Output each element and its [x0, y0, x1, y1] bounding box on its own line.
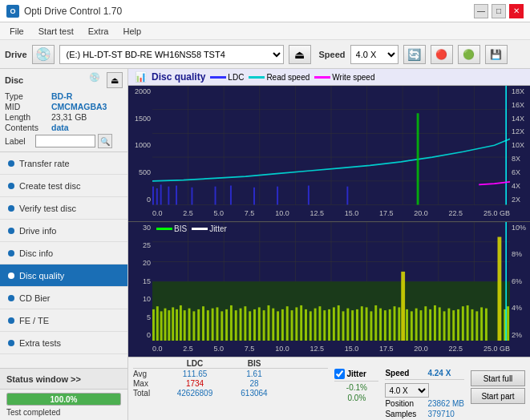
toolbar-btn-save[interactable]: 💾: [485, 45, 508, 64]
legend-readspeed-label: Read speed: [266, 73, 310, 82]
toolbar-btn-2[interactable]: 🔴: [431, 45, 453, 64]
label-label: Label: [5, 136, 33, 146]
svg-rect-56: [184, 310, 186, 341]
nav-disc-info[interactable]: Disc info: [0, 242, 127, 265]
start-part-button[interactable]: Start part: [471, 388, 525, 404]
nav-drive-info[interactable]: Drive info: [0, 220, 127, 242]
nav-transfer-rate[interactable]: Transfer rate: [0, 152, 127, 175]
nav-verify-test-disc[interactable]: Verify test disc: [0, 197, 127, 220]
legend-ldc: LDC: [210, 73, 244, 82]
svg-rect-59: [197, 309, 200, 341]
svg-rect-88: [333, 307, 335, 341]
svg-rect-27: [346, 187, 348, 205]
svg-rect-67: [235, 310, 237, 341]
svg-rect-22: [215, 187, 216, 205]
progress-bar-fill: 100.0%: [7, 394, 120, 405]
nav-label-create: Create test disc: [19, 181, 80, 191]
stats-total-row: Total 42626809 613064: [133, 389, 328, 398]
stats-avg-label: Avg: [133, 370, 164, 378]
type-value: BD-R: [51, 91, 72, 101]
speed-selector[interactable]: 4.0 X: [350, 45, 399, 64]
svg-rect-48: [152, 309, 155, 341]
minimize-button[interactable]: —: [474, 4, 488, 18]
nav-create-test-disc[interactable]: Create test disc: [0, 175, 127, 197]
drive-selector[interactable]: (E:) HL-DT-ST BD-RE WH16NS58 TST4: [59, 45, 284, 64]
chart-title: Disc quality: [152, 71, 205, 83]
disc-section: Disc 💿 ⏏ Type BD-R MID CMCMAGBA3 Length …: [0, 69, 127, 152]
stats-header-row: LDC BIS: [133, 359, 328, 369]
svg-rect-99: [384, 310, 386, 341]
maximize-button[interactable]: □: [492, 4, 506, 18]
svg-rect-52: [168, 310, 170, 341]
jitter-checkbox[interactable]: [334, 369, 345, 379]
disc-eject-btn[interactable]: ⏏: [107, 72, 123, 88]
menu-help[interactable]: Help: [116, 25, 148, 38]
nav-cd-bier[interactable]: CD Bier: [0, 287, 127, 309]
svg-rect-122: [497, 236, 501, 341]
svg-rect-71: [253, 309, 256, 341]
svg-rect-60: [202, 306, 204, 341]
svg-rect-78: [286, 306, 289, 341]
speed-position-section: Speed 4.24 X 4.0 X Position 23862 MB Sam…: [385, 359, 464, 418]
progress-value: 100.0%: [51, 395, 78, 404]
nav-icon-driveinfo: [8, 228, 14, 234]
label-search-btn[interactable]: 🔍: [98, 134, 112, 148]
samples-val: 379710: [427, 410, 454, 418]
right-panel: 📊 Disc quality LDC Read speed Write spee…: [128, 69, 530, 420]
menu-start-test[interactable]: Start test: [32, 25, 80, 38]
stats-avg-ldc: 111.65: [167, 370, 223, 378]
start-full-button[interactable]: Start full: [471, 370, 525, 386]
status-window-btn[interactable]: Status window >>: [0, 369, 127, 390]
toolbar-btn-3[interactable]: 🟢: [458, 45, 480, 64]
nav-extra-tests[interactable]: Extra tests: [0, 332, 127, 354]
svg-rect-97: [374, 305, 377, 341]
app-title: Opti Drive Control 1.70: [24, 6, 122, 17]
stats-bis-header: BIS: [226, 359, 282, 368]
length-label: Length: [5, 112, 51, 122]
eject-button[interactable]: ⏏: [289, 45, 311, 64]
samples-label: Samples: [385, 410, 425, 418]
speed-select-dropdown[interactable]: 4.0 X: [385, 383, 429, 398]
position-row: Position 23862 MB: [385, 399, 464, 408]
svg-rect-121: [485, 308, 488, 341]
svg-rect-102: [398, 307, 400, 341]
nav-label-discquality: Disc quality: [19, 271, 64, 281]
nav-label-discinfo: Disc info: [19, 248, 53, 258]
svg-rect-92: [351, 310, 354, 341]
svg-rect-83: [310, 311, 312, 341]
svg-rect-89: [338, 305, 340, 341]
svg-rect-23: [230, 186, 232, 205]
label-input[interactable]: [35, 135, 95, 147]
svg-rect-21: [191, 188, 192, 205]
menu-extra[interactable]: Extra: [82, 25, 115, 38]
chart-header: 📊 Disc quality LDC Read speed Write spee…: [128, 69, 530, 86]
svg-rect-75: [272, 308, 274, 341]
svg-rect-106: [415, 308, 418, 341]
svg-rect-53: [172, 307, 174, 341]
svg-rect-17: [156, 188, 158, 205]
legend-readspeed: Read speed: [249, 73, 310, 82]
svg-rect-19: [168, 187, 169, 205]
close-button[interactable]: ✕: [509, 4, 524, 18]
svg-rect-64: [220, 311, 223, 341]
status-section: Status window >> 100.0% Test completed: [0, 368, 127, 420]
progress-section: 100.0% Test completed: [0, 390, 127, 420]
svg-rect-73: [263, 310, 265, 341]
nav-disc-quality[interactable]: Disc quality: [0, 265, 127, 287]
stats-avg-row: Avg 111.65 1.61: [133, 370, 328, 378]
nav-fe-te[interactable]: FE / TE: [0, 309, 127, 332]
nav-label-driveinfo: Drive info: [19, 226, 56, 236]
top-chart-y-left: 2000 1500 1000 500 0: [128, 86, 152, 205]
bottom-chart-svg: [152, 222, 510, 341]
action-buttons: Start full Start part: [471, 359, 525, 404]
stats-total-label: Total: [133, 389, 164, 398]
charts-container: 2000 1500 1000 500 0 18X 16X 14X 12X 10X…: [128, 86, 530, 357]
speed-refresh-btn[interactable]: 🔄: [403, 45, 426, 64]
jitter-avg: -0.1%: [334, 383, 378, 392]
svg-rect-66: [230, 305, 233, 341]
svg-rect-111: [439, 307, 441, 341]
svg-rect-57: [188, 308, 191, 341]
svg-rect-118: [471, 309, 474, 341]
menu-file[interactable]: File: [3, 25, 30, 38]
svg-rect-20: [176, 186, 177, 205]
